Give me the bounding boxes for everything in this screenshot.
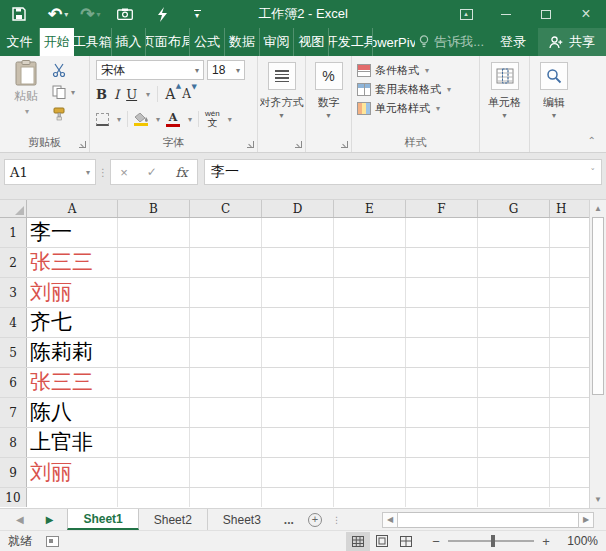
row-header[interactable]: 6 — [0, 368, 27, 397]
cell[interactable] — [478, 368, 550, 397]
cell[interactable] — [478, 398, 550, 427]
column-header-d[interactable]: D — [262, 200, 334, 217]
formula-input[interactable]: 李一 ˅ — [204, 159, 602, 185]
row-header[interactable]: 5 — [0, 338, 27, 367]
cell[interactable] — [406, 368, 478, 397]
maximize-icon[interactable] — [526, 0, 566, 28]
cell[interactable] — [334, 368, 406, 397]
cell[interactable] — [550, 278, 589, 307]
select-all-corner[interactable] — [0, 200, 27, 217]
cell[interactable] — [118, 368, 190, 397]
cell[interactable] — [262, 368, 334, 397]
column-header-f[interactable]: F — [406, 200, 478, 217]
underline-button[interactable]: U — [126, 87, 137, 102]
conditional-formatting-button[interactable]: 条件格式 ▾ — [357, 61, 479, 80]
cell[interactable] — [478, 458, 550, 487]
row-header[interactable]: 1 — [0, 218, 27, 247]
cell[interactable] — [478, 308, 550, 337]
cell[interactable] — [190, 428, 262, 457]
format-painter-button[interactable] — [52, 106, 75, 122]
group-cells[interactable]: 单元格 ▼ — [480, 56, 530, 152]
row-header[interactable]: 7 — [0, 398, 27, 427]
cell[interactable] — [550, 308, 589, 337]
vertical-scrollbar-thumb[interactable] — [592, 217, 604, 395]
copy-button[interactable]: ▾ — [52, 84, 75, 100]
cell[interactable] — [118, 278, 190, 307]
vertical-scrollbar-track[interactable] — [590, 395, 606, 491]
scroll-down-icon[interactable]: ▼ — [590, 491, 606, 508]
sign-in-button[interactable]: 登录 — [488, 28, 538, 56]
expand-formula-bar-icon[interactable]: ˅ — [591, 167, 596, 177]
flash-fill-icon[interactable] — [157, 0, 168, 28]
tab-data[interactable]: 数据 — [225, 28, 260, 56]
more-sheets-button[interactable]: ... — [276, 509, 302, 530]
phonetic-guide-button[interactable]: wén 文 — [205, 110, 220, 128]
cell-a8[interactable]: 上官非 — [27, 428, 118, 457]
cell[interactable] — [478, 428, 550, 457]
zoom-slider[interactable] — [448, 540, 534, 542]
new-sheet-button[interactable]: + — [308, 509, 322, 530]
row-header[interactable]: 3 — [0, 278, 27, 307]
row-header[interactable]: 9 — [0, 458, 27, 487]
font-color-dropdown-icon[interactable]: ▾ — [188, 115, 192, 124]
cell[interactable] — [406, 248, 478, 277]
bold-button[interactable]: B — [96, 87, 107, 102]
italic-button[interactable]: I — [114, 87, 119, 102]
format-as-table-button[interactable]: 套用表格格式 ▾ — [357, 80, 479, 99]
font-size-select[interactable]: 18 ▾ — [207, 60, 245, 80]
cell[interactable] — [262, 308, 334, 337]
undo-icon[interactable]: ↶▾ — [48, 0, 68, 28]
prev-sheet-icon[interactable]: ◀ — [16, 515, 24, 525]
cell[interactable] — [118, 338, 190, 367]
cell[interactable] — [406, 278, 478, 307]
confirm-entry-icon[interactable]: ✓ — [147, 165, 157, 179]
cell[interactable] — [262, 428, 334, 457]
cell[interactable] — [190, 398, 262, 427]
cell[interactable] — [406, 458, 478, 487]
tab-tools[interactable]: 工具箱 — [74, 28, 112, 56]
column-header-c[interactable]: C — [190, 200, 262, 217]
cell[interactable] — [190, 278, 262, 307]
column-header-a[interactable]: A — [27, 200, 118, 217]
cell[interactable] — [262, 458, 334, 487]
font-dialog-launcher-icon[interactable] — [247, 141, 254, 148]
cell-a3[interactable]: 刘丽 — [27, 278, 118, 307]
insert-function-icon[interactable]: fx — [175, 165, 187, 180]
cell-a6[interactable]: 张三三 — [27, 368, 118, 397]
normal-view-button[interactable] — [346, 532, 370, 551]
tab-formulas[interactable]: 公式 — [190, 28, 225, 56]
cell[interactable] — [550, 458, 589, 487]
tab-review[interactable]: 审阅 — [260, 28, 295, 56]
tab-view[interactable]: 视图 — [294, 28, 329, 56]
cell[interactable] — [550, 488, 589, 507]
name-box[interactable]: A1 ▾ — [4, 159, 96, 185]
cell[interactable] — [550, 428, 589, 457]
customize-qat-icon[interactable]: ▾ — [194, 0, 201, 28]
tell-me-box[interactable]: 告诉我... — [415, 28, 488, 56]
page-break-view-button[interactable] — [394, 532, 418, 551]
close-icon[interactable]: × — [566, 0, 606, 28]
cell[interactable] — [190, 308, 262, 337]
redo-icon[interactable]: ↷▾ — [80, 0, 100, 28]
phonetic-dropdown-icon[interactable]: ▾ — [228, 115, 232, 124]
cell[interactable] — [118, 398, 190, 427]
camera-icon[interactable] — [117, 0, 133, 28]
number-dialog-launcher-icon[interactable] — [341, 141, 348, 148]
group-editing[interactable]: 编辑 ▼ — [530, 56, 578, 152]
row-header[interactable]: 10 — [0, 488, 27, 507]
sheet-tab-sheet2[interactable]: Sheet2 — [139, 509, 208, 530]
cell-a2[interactable]: 张三三 — [27, 248, 118, 277]
cell[interactable] — [478, 338, 550, 367]
cell-a7[interactable]: 陈八 — [27, 398, 118, 427]
cell-a1[interactable]: 李一 — [27, 218, 118, 247]
cell[interactable] — [118, 488, 190, 507]
cell[interactable] — [478, 218, 550, 247]
cell[interactable] — [262, 338, 334, 367]
sheet-bar-resize-handle[interactable]: ⋮ — [328, 509, 345, 530]
cell-a10[interactable] — [27, 488, 118, 507]
zoom-level[interactable]: 100% — [556, 534, 598, 548]
cell[interactable] — [550, 338, 589, 367]
cell[interactable] — [478, 488, 550, 507]
cell[interactable] — [118, 218, 190, 247]
cell[interactable] — [406, 398, 478, 427]
